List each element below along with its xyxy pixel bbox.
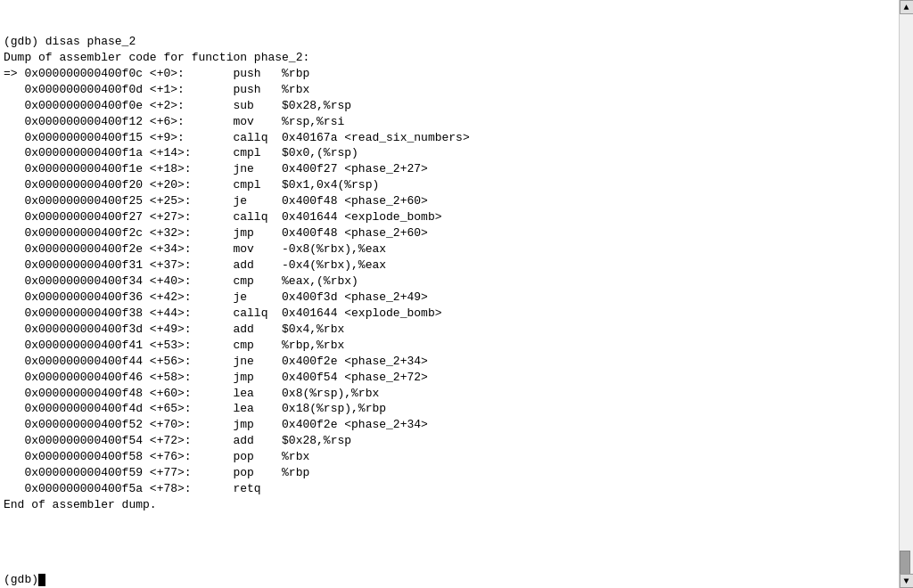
end-line: End of assembler dump. (4, 497, 913, 513)
command-line: (gdb) disas phase_2 (4, 34, 913, 50)
table-row: 0x000000000400f2c <+32>: jmp 0x400f48 <p… (4, 225, 913, 241)
table-row: 0x000000000400f44 <+56>: jne 0x400f2e <p… (4, 354, 913, 370)
cursor (38, 574, 45, 586)
table-row: 0x000000000400f4d <+65>: lea 0x18(%rsp),… (4, 401, 913, 417)
scroll-up-button[interactable]: ▲ (900, 0, 914, 14)
table-row: 0x000000000400f31 <+37>: add -0x4(%rbx),… (4, 257, 913, 274)
table-row: 0x000000000400f5a <+78>: retq (4, 481, 913, 497)
dump-header: Dump of assembler code for function phas… (4, 50, 913, 66)
table-row: 0x000000000400f2e <+34>: mov -0x8(%rbx),… (4, 241, 913, 257)
scroll-down-button[interactable]: ▼ (900, 574, 914, 588)
table-row: 0x000000000400f1a <+14>: cmpl $0x0,(%rsp… (4, 145, 913, 161)
table-row: 0x000000000400f36 <+42>: je 0x400f3d <ph… (4, 290, 913, 306)
table-row: 0x000000000400f38 <+44>: callq 0x401644 … (4, 306, 913, 322)
table-row: 0x000000000400f27 <+27>: callq 0x401644 … (4, 209, 913, 225)
table-row: 0x000000000400f34 <+40>: cmp %eax,(%rbx) (4, 274, 913, 290)
table-row: 0x000000000400f20 <+20>: cmpl $0x1,0x4(%… (4, 177, 913, 193)
table-row: 0x000000000400f12 <+6>: mov %rsp,%rsi (4, 114, 913, 130)
input-prompt: (gdb) (4, 573, 38, 586)
table-row: 0x000000000400f48 <+60>: lea 0x8(%rsp),%… (4, 386, 913, 402)
table-row: 0x000000000400f41 <+53>: cmp %rbp,%rbx (4, 338, 913, 354)
table-row: 0x000000000400f1e <+18>: jne 0x400f27 <p… (4, 161, 913, 177)
table-row: 0x000000000400f0e <+2>: sub $0x28,%rsp (4, 98, 913, 114)
table-row: 0x000000000400f46 <+58>: jmp 0x400f54 <p… (4, 370, 913, 386)
table-row: => 0x000000000400f0c <+0>: push %rbp (4, 66, 913, 82)
scrollbar[interactable]: ▲ ▼ (899, 0, 913, 588)
table-row: 0x000000000400f54 <+72>: add $0x28,%rsp (4, 433, 913, 449)
table-row: 0x000000000400f52 <+70>: jmp 0x400f2e <p… (4, 417, 913, 433)
table-row: 0x000000000400f0d <+1>: push %rbx (4, 82, 913, 98)
table-row: 0x000000000400f15 <+9>: callq 0x40167a <… (4, 130, 913, 146)
table-row: 0x000000000400f25 <+25>: je 0x400f48 <ph… (4, 193, 913, 209)
table-row: 0x000000000400f59 <+77>: pop %rbp (4, 465, 913, 481)
input-line[interactable]: (gdb) (0, 571, 913, 588)
terminal-window: (gdb) disas phase_2Dump of assembler cod… (0, 0, 913, 588)
table-row: 0x000000000400f58 <+76>: pop %rbx (4, 449, 913, 465)
table-row: 0x000000000400f3d <+49>: add $0x4,%rbx (4, 322, 913, 338)
terminal-output: (gdb) disas phase_2Dump of assembler cod… (0, 0, 913, 571)
